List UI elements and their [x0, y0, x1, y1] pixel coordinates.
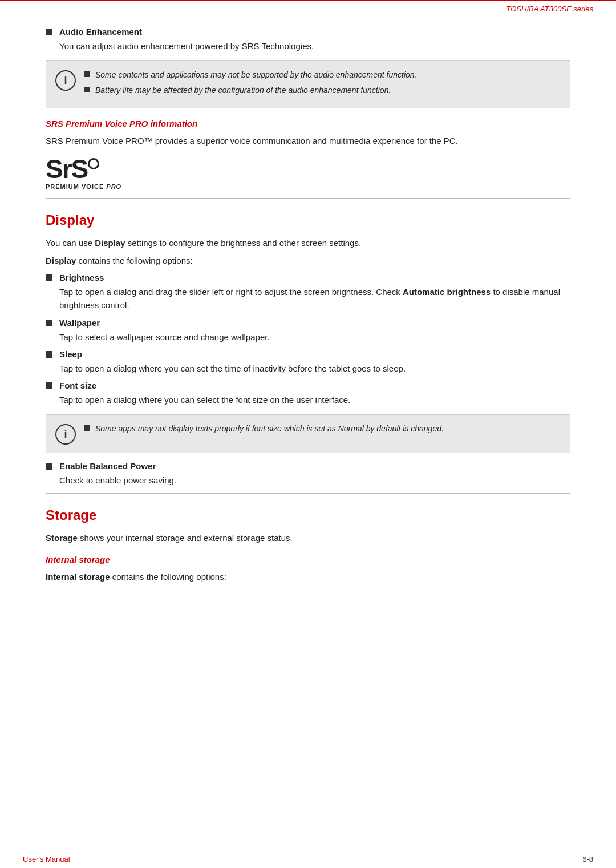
- display-bold-2: Display: [46, 256, 76, 265]
- display-info-box: i Some apps may not display texts proper…: [46, 414, 570, 453]
- internal-storage-intro-text: contains the following options:: [112, 572, 226, 582]
- srs-logo-container: SrS PREMIUM VOICE PRO: [46, 156, 570, 190]
- srs-logo-text: SrS: [46, 156, 87, 182]
- wallpaper-label: Wallpaper: [59, 318, 100, 328]
- page-footer: User's Manual 6-8: [0, 850, 616, 868]
- srs-body: SRS Premium Voice PRO™ provides a superi…: [46, 134, 570, 147]
- display-divider: [46, 198, 570, 199]
- storage-divider: [46, 493, 570, 494]
- audio-info-bullet-1: Some contents and applications may not b…: [84, 69, 561, 81]
- header-title: TOSHIBA AT300SE series: [506, 5, 593, 13]
- storage-section-heading: Storage: [46, 507, 570, 523]
- bullet-square-audio: [46, 29, 52, 35]
- footer-left: User's Manual: [23, 855, 70, 863]
- sleep-item: Sleep: [46, 349, 570, 359]
- srs-subheading: SRS Premium Voice PRO information: [46, 119, 570, 128]
- brightness-label: Brightness: [59, 273, 104, 282]
- brightness-item: Brightness: [46, 273, 570, 282]
- header-bar: TOSHIBA AT300SE series: [0, 0, 616, 15]
- bullet-square-balanced-power: [46, 463, 52, 470]
- audio-info-text-1: Some contents and applications may not b…: [95, 69, 417, 81]
- bullet-square-wallpaper: [46, 320, 52, 326]
- bullet-square-sleep: [46, 351, 52, 358]
- audio-enhancement-body: You can adjust audio enhancement powered…: [59, 39, 570, 53]
- display-info-content: Some apps may not display texts properly…: [84, 423, 561, 438]
- sleep-label: Sleep: [59, 349, 82, 359]
- font-size-item: Font size: [46, 381, 570, 390]
- srs-sublabel: PREMIUM VOICE PRO: [46, 183, 121, 190]
- srs-circle-icon: [88, 158, 99, 169]
- info-icon-display: i: [55, 424, 76, 445]
- enable-balanced-power-body: Check to enable power saving.: [59, 474, 570, 487]
- wallpaper-item: Wallpaper: [46, 318, 570, 328]
- wallpaper-body: Tap to select a wallpaper source and cha…: [59, 330, 570, 344]
- enable-balanced-power-label: Enable Balanced Power: [59, 461, 156, 471]
- display-section-heading: Display: [46, 212, 570, 228]
- font-size-label: Font size: [59, 381, 96, 390]
- display-bold-1: Display: [95, 238, 125, 248]
- display-info-bullet-square: [84, 425, 90, 431]
- bullet-square-fontsize: [46, 382, 52, 389]
- audio-info-content: Some contents and applications may not b…: [84, 69, 561, 100]
- internal-storage-bold: Internal storage: [46, 572, 110, 582]
- audio-info-box: i Some contents and applications may not…: [46, 60, 570, 108]
- audio-info-bullet-2: Battery life may be affected by the conf…: [84, 84, 561, 96]
- display-intro1: You can use Display settings to configur…: [46, 236, 570, 249]
- audio-enhancement-item: Audio Enhancement: [46, 27, 570, 37]
- storage-intro: Storage shows your internal storage and …: [46, 531, 570, 544]
- internal-storage-subheading: Internal storage: [46, 555, 570, 564]
- srs-logo: SrS: [46, 156, 99, 182]
- auto-brightness-bold: Automatic brightness: [403, 287, 491, 297]
- storage-bold: Storage: [46, 533, 78, 543]
- page-container: TOSHIBA AT300SE series Audio Enhancement…: [0, 0, 616, 868]
- internal-storage-intro: Internal storage contains the following …: [46, 570, 570, 583]
- display-info-text: Some apps may not display texts properly…: [95, 423, 444, 435]
- brightness-body: Tap to open a dialog and drag the slider…: [59, 285, 570, 312]
- main-content: Audio Enhancement You can adjust audio e…: [0, 15, 616, 622]
- audio-enhancement-heading: Audio Enhancement: [59, 27, 142, 37]
- sleep-body: Tap to open a dialog where you can set t…: [59, 362, 570, 375]
- info-bullet-square-1: [84, 71, 90, 77]
- bullet-square-brightness: [46, 274, 52, 281]
- info-icon-audio: i: [55, 70, 76, 91]
- audio-info-text-2: Battery life may be affected by the conf…: [95, 84, 391, 96]
- info-bullet-square-2: [84, 87, 90, 92]
- storage-intro-text: shows your internal storage and external…: [80, 533, 293, 543]
- display-info-bullet: Some apps may not display texts properly…: [84, 423, 561, 435]
- display-intro2: Display contains the following options:: [46, 254, 570, 267]
- footer-right: 6-8: [582, 855, 593, 863]
- enable-balanced-power-item: Enable Balanced Power: [46, 461, 570, 471]
- font-size-body: Tap to open a dialog where you can selec…: [59, 393, 570, 406]
